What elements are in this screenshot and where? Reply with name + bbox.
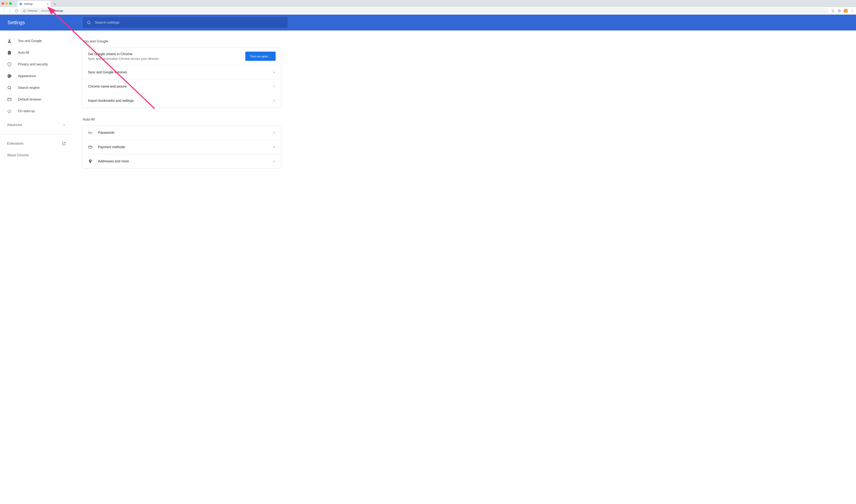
sidebar-item-label: On start-up bbox=[18, 109, 35, 113]
sidebar-item-you-and-google[interactable]: You and Google bbox=[0, 35, 73, 47]
section-title-you-and-google: You and Google bbox=[83, 39, 281, 43]
window-maximize-dot[interactable] bbox=[9, 2, 12, 5]
sidebar-about-link[interactable]: About Chrome bbox=[0, 149, 73, 161]
settings-sidebar: You and Google Auto-fill Privacy and sec… bbox=[0, 31, 73, 504]
url-origin-chip: Chrome bbox=[28, 9, 37, 12]
forward-icon[interactable] bbox=[8, 9, 12, 13]
sidebar-advanced-toggle[interactable]: Advanced bbox=[0, 119, 73, 131]
row-label: Sync and Google services bbox=[88, 70, 127, 74]
svg-rect-23 bbox=[92, 132, 92, 133]
addresses-row[interactable]: Addresses and more bbox=[83, 154, 281, 168]
settings-search-input[interactable] bbox=[95, 20, 284, 25]
svg-point-7 bbox=[87, 21, 90, 24]
svg-point-9 bbox=[8, 39, 10, 41]
key-icon bbox=[88, 130, 93, 135]
sidebar-item-on-startup[interactable]: On start-up bbox=[0, 105, 73, 117]
search-icon bbox=[7, 86, 12, 90]
svg-rect-21 bbox=[90, 132, 92, 133]
svg-point-5 bbox=[852, 11, 853, 11]
window-close-dot[interactable] bbox=[2, 2, 4, 5]
payment-methods-row[interactable]: Payment methods bbox=[83, 140, 281, 154]
settings-search[interactable] bbox=[83, 17, 288, 28]
sidebar-item-label: Appearance bbox=[18, 74, 36, 78]
sync-services-row[interactable]: Sync and Google services bbox=[83, 65, 281, 79]
sidebar-about-label: About Chrome bbox=[7, 154, 29, 157]
sidebar-item-label: You and Google bbox=[18, 39, 42, 43]
import-bookmarks-row[interactable]: Import bookmarks and settings bbox=[83, 93, 281, 108]
sidebar-item-privacy-security[interactable]: Privacy and security bbox=[0, 58, 73, 70]
new-tab-button[interactable]: + bbox=[52, 1, 58, 7]
tab-close-icon[interactable]: × bbox=[47, 2, 49, 6]
turn-on-sync-button[interactable]: Turn on sync… bbox=[245, 52, 275, 61]
credit-card-icon bbox=[88, 145, 93, 149]
open-in-new-icon bbox=[62, 142, 66, 146]
settings-header: Settings bbox=[0, 15, 856, 31]
kebab-menu-icon[interactable] bbox=[850, 9, 854, 13]
browser-chrome: Settings × + Chrome chrome://settings bbox=[0, 0, 856, 15]
svg-rect-24 bbox=[89, 146, 92, 148]
browser-tab[interactable]: Settings × bbox=[17, 1, 51, 7]
svg-point-15 bbox=[10, 75, 10, 75]
settings-main: You and Google Get Google smarts in Chro… bbox=[73, 31, 290, 504]
svg-point-6 bbox=[852, 12, 853, 12]
svg-point-17 bbox=[8, 86, 11, 89]
chevron-right-icon bbox=[273, 131, 275, 134]
svg-point-20 bbox=[89, 132, 90, 133]
page-title: Settings bbox=[7, 20, 74, 25]
row-label: Addresses and more bbox=[98, 159, 129, 163]
sidebar-item-label: Auto-fill bbox=[18, 51, 29, 55]
chevron-down-icon bbox=[62, 123, 66, 127]
chevron-right-icon bbox=[273, 146, 275, 148]
back-icon[interactable] bbox=[2, 9, 6, 13]
svg-rect-18 bbox=[8, 98, 11, 101]
svg-point-14 bbox=[9, 75, 10, 75]
row-label: Chrome name and picture bbox=[88, 85, 127, 88]
svg-rect-10 bbox=[8, 51, 10, 52]
chevron-right-icon bbox=[273, 99, 275, 102]
shield-icon bbox=[7, 62, 12, 67]
sync-promo-subtitle: Sync and personalise Chrome across your … bbox=[88, 57, 159, 60]
sidebar-item-appearance[interactable]: Appearance bbox=[0, 70, 73, 82]
location-pin-icon bbox=[88, 159, 93, 164]
url-path: settings bbox=[54, 9, 63, 12]
omnibox-divider bbox=[39, 9, 39, 13]
sidebar-extensions-label: Extensions bbox=[7, 142, 23, 145]
svg-rect-2 bbox=[24, 10, 24, 11]
section-title-autofill: Auto-fill bbox=[83, 118, 281, 122]
svg-rect-1 bbox=[24, 11, 24, 11]
reload-icon[interactable] bbox=[14, 9, 18, 13]
chevron-right-icon bbox=[273, 85, 275, 88]
sidebar-item-auto-fill[interactable]: Auto-fill bbox=[0, 47, 73, 58]
palette-icon bbox=[7, 74, 12, 78]
power-icon bbox=[7, 109, 12, 113]
chrome-name-picture-row[interactable]: Chrome name and picture bbox=[83, 79, 281, 93]
zoom-icon[interactable] bbox=[831, 9, 835, 13]
sync-promo-title: Get Google smarts in Chrome bbox=[88, 52, 159, 56]
row-label: Payment methods bbox=[98, 145, 125, 149]
window-minimize-dot[interactable] bbox=[5, 2, 8, 5]
site-info-icon[interactable] bbox=[23, 10, 26, 12]
url-prefix: chrome:// bbox=[41, 9, 52, 12]
sidebar-advanced-label: Advanced bbox=[7, 123, 22, 127]
search-icon bbox=[87, 20, 91, 25]
svg-rect-11 bbox=[8, 52, 10, 53]
row-label: Passwords bbox=[98, 131, 114, 134]
passwords-row[interactable]: Passwords bbox=[83, 126, 281, 140]
bookmark-star-icon[interactable] bbox=[837, 9, 841, 13]
chevron-right-icon bbox=[273, 71, 275, 74]
svg-point-13 bbox=[8, 75, 8, 76]
row-label: Import bookmarks and settings bbox=[88, 99, 134, 103]
profile-avatar[interactable] bbox=[843, 8, 848, 13]
svg-rect-12 bbox=[8, 53, 10, 54]
sidebar-extensions-link[interactable]: Extensions bbox=[0, 138, 73, 149]
sidebar-item-default-browser[interactable]: Default browser bbox=[0, 94, 73, 105]
sidebar-item-label: Default browser bbox=[18, 97, 41, 101]
svg-point-4 bbox=[852, 10, 853, 10]
chevron-right-icon bbox=[273, 160, 275, 163]
sidebar-item-label: Privacy and security bbox=[18, 62, 48, 66]
svg-rect-22 bbox=[91, 132, 92, 133]
sidebar-item-search-engine[interactable]: Search engine bbox=[0, 82, 73, 94]
sidebar-item-label: Search engine bbox=[18, 86, 39, 90]
sync-promo-row: Get Google smarts in Chrome Sync and per… bbox=[83, 48, 281, 65]
address-bar[interactable]: Chrome chrome://settings bbox=[20, 8, 829, 14]
